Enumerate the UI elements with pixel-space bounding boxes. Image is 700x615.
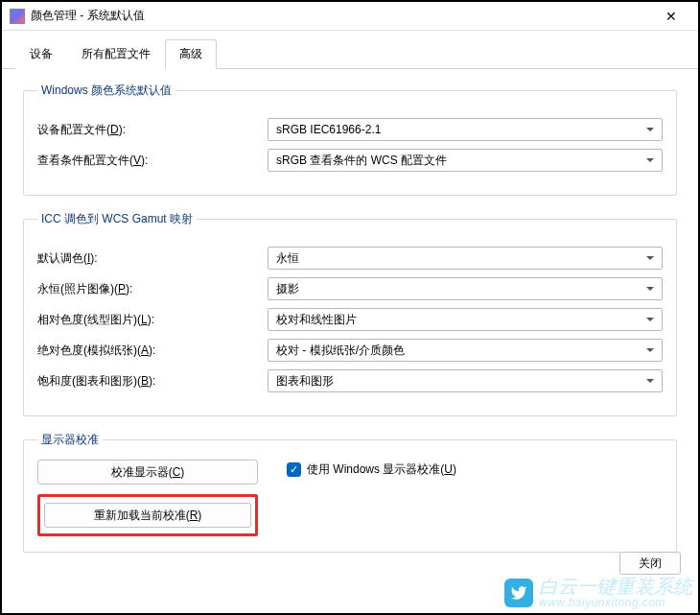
calibrate-display-button[interactable]: 校准显示器(C) [37, 460, 258, 485]
use-windows-calibration-label: 使用 Windows 显示器校准(U) [307, 461, 456, 478]
select-device-profile[interactable]: sRGB IEC61966-2.1 [268, 118, 663, 141]
label-absolute-colorimetric: 绝对色度(模拟纸张)(A): [37, 343, 258, 359]
select-viewing-conditions[interactable]: sRGB 查看条件的 WCS 配置文件 [268, 149, 663, 172]
legend-display-calibration: 显示器校准 [37, 432, 103, 448]
tab-all-profiles[interactable]: 所有配置文件 [67, 39, 165, 69]
reload-calibration-button[interactable]: 重新加载当前校准(R) [44, 503, 251, 528]
group-icc-wcs-gamut: ICC 调色到 WCS Gamut 映射 默认调色(I): 永恒 永恒(照片图像… [23, 211, 677, 416]
group-windows-color-defaults: Windows 颜色系统默认值 设备配置文件(D): sRGB IEC61966… [23, 83, 677, 196]
window-title: 颜色管理 - 系统默认值 [31, 8, 652, 24]
highlight-reload-calibration: 重新加载当前校准(R) [37, 494, 258, 536]
dialog-footer: 关闭 [619, 552, 681, 575]
use-windows-calibration-checkbox[interactable]: ✓ [287, 462, 301, 477]
legend-icc-wcs-gamut: ICC 调色到 WCS Gamut 映射 [37, 211, 197, 227]
watermark-sub: www.baiyunxitong.com [539, 597, 692, 609]
titlebar: 颜色管理 - 系统默认值 ✕ [2, 2, 698, 31]
watermark: 白云一键重装系统 www.baiyunxitong.com [504, 577, 692, 609]
label-viewing-conditions: 查看条件配置文件(V): [37, 153, 258, 169]
label-saturation: 饱和度(图表和图形)(B): [37, 373, 258, 390]
close-dialog-button[interactable]: 关闭 [619, 552, 681, 575]
tab-devices[interactable]: 设备 [15, 39, 67, 69]
label-relative-colorimetric: 相对色度(线型图片)(L): [37, 312, 258, 328]
select-saturation[interactable]: 图表和图形 [268, 369, 663, 392]
label-device-profile: 设备配置文件(D): [37, 122, 258, 138]
label-perceptual: 永恒(照片图像)(P): [37, 281, 258, 297]
select-relative-colorimetric[interactable]: 校对和线性图片 [268, 308, 663, 331]
watermark-icon [504, 579, 533, 607]
legend-windows-color-defaults: Windows 颜色系统默认值 [37, 83, 175, 99]
tab-strip: 设备 所有配置文件 高级 [2, 31, 698, 69]
tab-advanced[interactable]: 高级 [165, 39, 217, 69]
app-icon [10, 9, 25, 24]
select-perceptual[interactable]: 摄影 [268, 277, 663, 300]
close-button[interactable]: ✕ [652, 3, 690, 30]
select-default-intent[interactable]: 永恒 [268, 247, 663, 270]
label-default-intent: 默认调色(I): [37, 250, 258, 267]
group-display-calibration: 显示器校准 校准显示器(C) 重新加载当前校准(R) ✓ 使用 Windows … [23, 432, 677, 553]
select-absolute-colorimetric[interactable]: 校对 - 模拟纸张/介质颜色 [268, 339, 663, 362]
